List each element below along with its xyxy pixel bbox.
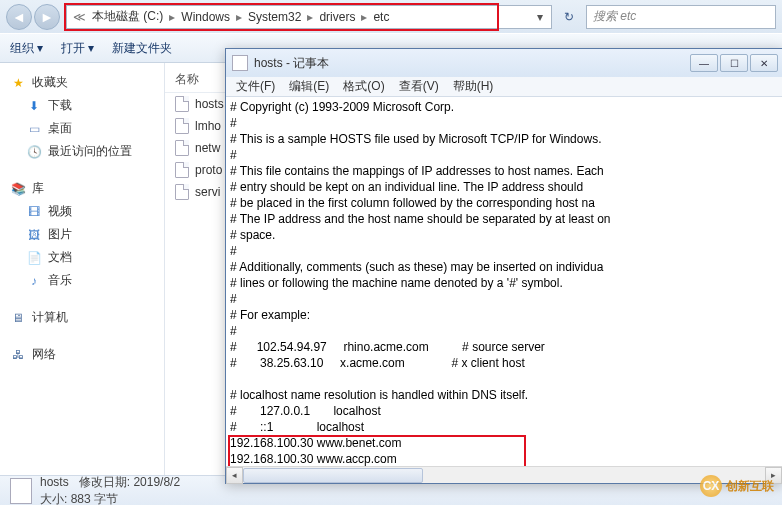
sidebar-item-recent[interactable]: 🕓最近访问的位置 bbox=[4, 140, 160, 163]
scroll-right-button[interactable]: ▸ bbox=[765, 467, 782, 484]
network-icon: 🖧 bbox=[10, 347, 26, 363]
chevron-down-icon: ▾ bbox=[88, 41, 94, 55]
download-icon: ⬇ bbox=[26, 98, 42, 114]
new-folder-button[interactable]: 新建文件夹 bbox=[112, 40, 172, 57]
search-placeholder: 搜索 etc bbox=[593, 8, 636, 25]
breadcrumb-item[interactable]: Windows bbox=[179, 10, 232, 24]
notepad-menu: 文件(F) 编辑(E) 格式(O) 查看(V) 帮助(H) bbox=[226, 77, 782, 97]
recent-icon: 🕓 bbox=[26, 144, 42, 160]
chevron-right-icon: ▸ bbox=[167, 10, 177, 24]
chevron-right-icon: ▸ bbox=[234, 10, 244, 24]
breadcrumb-item[interactable]: drivers bbox=[317, 10, 357, 24]
minimize-button[interactable]: — bbox=[690, 54, 718, 72]
sidebar-computer[interactable]: 🖥计算机 bbox=[4, 306, 160, 329]
sidebar-network[interactable]: 🖧网络 bbox=[4, 343, 160, 366]
menu-help[interactable]: 帮助(H) bbox=[447, 77, 500, 96]
menu-file[interactable]: 文件(F) bbox=[230, 77, 281, 96]
menu-view[interactable]: 查看(V) bbox=[393, 77, 445, 96]
status-modified-value: 2019/8/2 bbox=[133, 475, 180, 489]
notepad-title: hosts - 记事本 bbox=[254, 55, 684, 72]
picture-icon: 🖼 bbox=[26, 227, 42, 243]
back-button[interactable]: ◄ bbox=[6, 4, 32, 30]
refresh-button[interactable]: ↻ bbox=[558, 6, 580, 28]
chevron-left-icon: ≪ bbox=[71, 10, 88, 24]
breadcrumb-item[interactable]: System32 bbox=[246, 10, 303, 24]
chevron-down-icon: ▾ bbox=[37, 41, 43, 55]
notepad-titlebar[interactable]: hosts - 记事本 — ☐ ✕ bbox=[226, 49, 782, 77]
scroll-left-button[interactable]: ◂ bbox=[226, 467, 243, 484]
horizontal-scrollbar[interactable]: ◂ ▸ bbox=[226, 466, 782, 483]
chevron-right-icon: ▸ bbox=[359, 10, 369, 24]
file-icon bbox=[175, 140, 189, 156]
close-button[interactable]: ✕ bbox=[750, 54, 778, 72]
file-icon bbox=[175, 118, 189, 134]
notepad-icon bbox=[232, 55, 248, 71]
sidebar-item-documents[interactable]: 📄文档 bbox=[4, 246, 160, 269]
menu-format[interactable]: 格式(O) bbox=[337, 77, 390, 96]
sidebar-item-downloads[interactable]: ⬇下载 bbox=[4, 94, 160, 117]
music-icon: ♪ bbox=[26, 273, 42, 289]
library-icon: 📚 bbox=[10, 181, 26, 197]
notepad-window: hosts - 记事本 — ☐ ✕ 文件(F) 编辑(E) 格式(O) 查看(V… bbox=[225, 48, 782, 484]
open-button[interactable]: 打开 ▾ bbox=[61, 40, 94, 57]
star-icon: ★ bbox=[10, 75, 26, 91]
sidebar-item-pictures[interactable]: 🖼图片 bbox=[4, 223, 160, 246]
video-icon: 🎞 bbox=[26, 204, 42, 220]
scroll-thumb[interactable] bbox=[243, 468, 423, 483]
status-filename: hosts bbox=[40, 475, 69, 489]
sidebar-item-videos[interactable]: 🎞视频 bbox=[4, 200, 160, 223]
dropdown-icon[interactable]: ▾ bbox=[533, 10, 547, 24]
forward-button[interactable]: ► bbox=[34, 4, 60, 30]
breadcrumb-item[interactable]: etc bbox=[371, 10, 391, 24]
status-modified-label: 修改日期: bbox=[79, 475, 130, 489]
breadcrumb-bar[interactable]: ≪ 本地磁盘 (C:) ▸ Windows ▸ System32 ▸ drive… bbox=[66, 5, 552, 29]
file-icon bbox=[175, 162, 189, 178]
address-bar: ◄ ► ≪ 本地磁盘 (C:) ▸ Windows ▸ System32 ▸ d… bbox=[0, 0, 782, 33]
computer-icon: 🖥 bbox=[10, 310, 26, 326]
chevron-right-icon: ▸ bbox=[305, 10, 315, 24]
file-icon bbox=[10, 478, 32, 504]
file-icon bbox=[175, 96, 189, 112]
breadcrumb-item[interactable]: 本地磁盘 (C:) bbox=[90, 8, 165, 25]
file-icon bbox=[175, 184, 189, 200]
sidebar-item-desktop[interactable]: ▭桌面 bbox=[4, 117, 160, 140]
menu-edit[interactable]: 编辑(E) bbox=[283, 77, 335, 96]
sidebar-libraries[interactable]: 📚库 bbox=[4, 177, 160, 200]
scroll-track[interactable] bbox=[243, 467, 765, 484]
document-icon: 📄 bbox=[26, 250, 42, 266]
search-input[interactable]: 搜索 etc bbox=[586, 5, 776, 29]
desktop-icon: ▭ bbox=[26, 121, 42, 137]
status-size-label: 大小: bbox=[40, 492, 67, 506]
maximize-button[interactable]: ☐ bbox=[720, 54, 748, 72]
sidebar: ★收藏夹 ⬇下载 ▭桌面 🕓最近访问的位置 📚库 🎞视频 🖼图片 📄文档 ♪音乐… bbox=[0, 63, 165, 475]
notepad-content[interactable]: # Copyright (c) 1993-2009 Microsoft Corp… bbox=[226, 97, 782, 466]
sidebar-item-music[interactable]: ♪音乐 bbox=[4, 269, 160, 292]
status-size-value: 883 字节 bbox=[71, 492, 118, 506]
organize-menu[interactable]: 组织 ▾ bbox=[10, 40, 43, 57]
sidebar-favorites[interactable]: ★收藏夹 bbox=[4, 71, 160, 94]
